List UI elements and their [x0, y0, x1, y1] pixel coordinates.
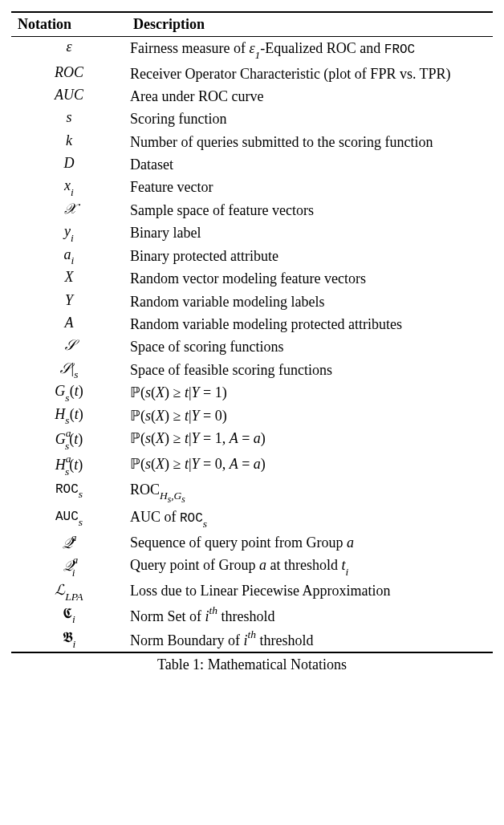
table-row: 𝒮|sSpace of feasible scoring functions: [11, 359, 493, 382]
description-cell: Binary label: [127, 221, 493, 245]
notation-cell: 𝕮i: [11, 604, 127, 628]
description-cell: Sequence of query point from Group a: [127, 531, 493, 554]
notation-cell: Gas(t): [11, 427, 127, 453]
notation-cell: A: [11, 313, 127, 335]
notation-cell: AUCs: [11, 506, 127, 531]
table-row: 𝒬aSequence of query point from Group a: [11, 531, 493, 554]
table-caption: Table 1: Mathematical Notations: [11, 653, 493, 673]
description-cell: Random variable modeling protected attri…: [127, 313, 493, 335]
table-row: Has(t)ℙ(s(X) ≥ t|Y = 0, A = a): [11, 453, 493, 478]
description-cell: Sample space of feature vectors: [127, 199, 493, 221]
notation-cell: AUC: [11, 85, 127, 108]
notation-cell: X: [11, 267, 127, 290]
description-cell: ROCHs,Gs: [127, 478, 493, 506]
description-cell: Loss due to Linear Piecewise Approximati…: [127, 579, 493, 604]
notation-cell: ai: [11, 245, 127, 268]
description-cell: ℙ(s(X) ≥ t|Y = 1): [127, 381, 493, 404]
table-row: ℒLPALoss due to Linear Piecewise Approxi…: [11, 579, 493, 604]
notation-cell: Has(t): [11, 453, 127, 478]
table-row: ARandom variable modeling protected attr…: [11, 313, 493, 335]
table-body: εFairness measure of ε1-Equalized ROC an…: [11, 37, 493, 653]
notation-cell: yi: [11, 221, 127, 245]
table-row: Gs(t)ℙ(s(X) ≥ t|Y = 1): [11, 381, 493, 404]
table-row: xiFeature vector: [11, 176, 493, 199]
notation-cell: 𝒮|s: [11, 359, 127, 382]
table-row: 𝕭iNorm Boundary of ith threshold: [11, 628, 493, 652]
table-row: YRandom variable modeling labels: [11, 291, 493, 313]
description-cell: Dataset: [127, 153, 493, 176]
description-cell: Fairness measure of ε1-Equalized ROC and…: [127, 37, 493, 63]
notation-cell: Hs(t): [11, 404, 127, 428]
description-cell: Receiver Operator Characteristic (plot o…: [127, 63, 493, 85]
table-row: 𝒬aiQuery point of Group a at threshold t…: [11, 554, 493, 579]
notation-cell: xi: [11, 176, 127, 199]
notation-cell: ℒLPA: [11, 579, 127, 604]
table-header-row: Notation Description: [11, 12, 493, 37]
notation-cell: k: [11, 131, 127, 153]
table-row: sScoring function: [11, 108, 493, 130]
table-row: kNumber of queries submitted to the scor…: [11, 131, 493, 153]
notation-cell: 𝒬ai: [11, 554, 127, 579]
table-row: ROCsROCHs,Gs: [11, 478, 493, 506]
description-cell: ℙ(s(X) ≥ t|Y = 0, A = a): [127, 453, 493, 478]
notation-cell: 𝒮: [11, 335, 127, 358]
notation-cell: Gs(t): [11, 381, 127, 404]
description-cell: Binary protected attribute: [127, 245, 493, 268]
description-cell: Query point of Group a at threshold ti: [127, 554, 493, 579]
notation-cell: ε: [11, 37, 127, 63]
notation-cell: 𝒳: [11, 199, 127, 221]
description-cell: Norm Boundary of ith threshold: [127, 628, 493, 652]
description-cell: Number of queries submitted to the scori…: [127, 131, 493, 153]
notation-cell: s: [11, 108, 127, 130]
table-row: 𝒳Sample space of feature vectors: [11, 199, 493, 221]
description-cell: Feature vector: [127, 176, 493, 199]
description-cell: Scoring function: [127, 108, 493, 130]
table-row: εFairness measure of ε1-Equalized ROC an…: [11, 37, 493, 63]
description-cell: Random variable modeling labels: [127, 291, 493, 313]
table-row: yiBinary label: [11, 221, 493, 245]
description-cell: ℙ(s(X) ≥ t|Y = 1, A = a): [127, 427, 493, 453]
notation-cell: ROC: [11, 63, 127, 85]
col-header-notation: Notation: [11, 12, 127, 37]
table-row: Hs(t)ℙ(s(X) ≥ t|Y = 0): [11, 404, 493, 428]
table-row: XRandom vector modeling feature vectors: [11, 267, 493, 290]
notation-cell: ROCs: [11, 478, 127, 506]
table-row: Gas(t)ℙ(s(X) ≥ t|Y = 1, A = a): [11, 427, 493, 453]
table-row: ROCReceiver Operator Characteristic (plo…: [11, 63, 493, 85]
description-cell: Space of scoring functions: [127, 335, 493, 358]
notation-table-container: Notation Description εFairness measure o…: [11, 11, 493, 673]
table-row: 𝒮Space of scoring functions: [11, 335, 493, 358]
description-cell: Norm Set of ith threshold: [127, 604, 493, 628]
description-cell: Random vector modeling feature vectors: [127, 267, 493, 290]
notation-cell: D: [11, 153, 127, 176]
notation-cell: 𝒬a: [11, 531, 127, 554]
description-cell: ℙ(s(X) ≥ t|Y = 0): [127, 404, 493, 428]
description-cell: Area under ROC curve: [127, 85, 493, 108]
notation-table: Notation Description εFairness measure o…: [11, 11, 493, 653]
table-row: aiBinary protected attribute: [11, 245, 493, 268]
table-row: AUCArea under ROC curve: [11, 85, 493, 108]
notation-cell: 𝕭i: [11, 628, 127, 652]
description-cell: Space of feasible scoring functions: [127, 359, 493, 382]
description-cell: AUC of ROCs: [127, 506, 493, 531]
table-row: AUCsAUC of ROCs: [11, 506, 493, 531]
table-row: DDataset: [11, 153, 493, 176]
notation-cell: Y: [11, 291, 127, 313]
col-header-description: Description: [127, 12, 493, 37]
table-row: 𝕮iNorm Set of ith threshold: [11, 604, 493, 628]
